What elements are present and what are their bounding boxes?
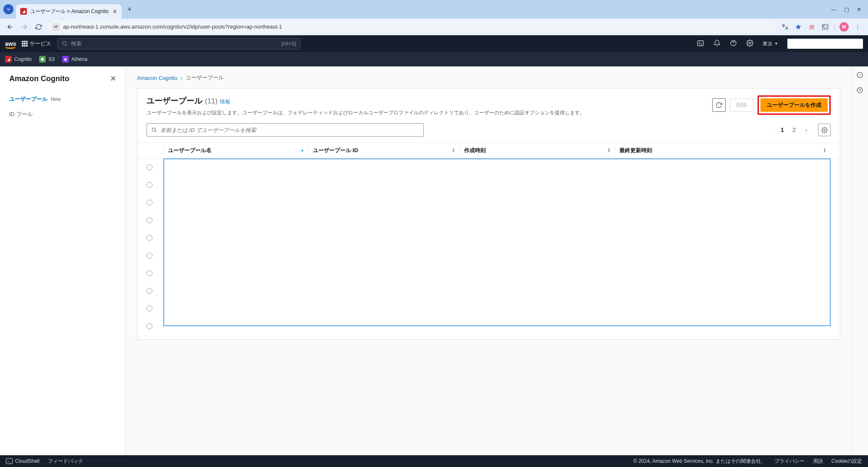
column-updated[interactable]: 最終更新時刻 ▲▼ <box>615 146 831 155</box>
annotation-highlight: ユーザープールを作成 <box>758 95 831 115</box>
table-row-select[interactable] <box>147 247 163 264</box>
column-created[interactable]: 作成時刻 ▲▼ <box>459 146 615 155</box>
breadcrumb-root[interactable]: Amazon Cognito <box>137 75 177 81</box>
sort-icon: ▲▼ <box>452 148 455 153</box>
info-icon[interactable] <box>856 71 863 80</box>
delete-button: 削除 <box>730 98 753 112</box>
url-input[interactable]: ⇄ ap-northeast-1.console.aws.amazon.com/… <box>47 21 776 33</box>
refresh-icon <box>716 102 722 108</box>
bookmark-star-icon[interactable]: ★ <box>794 22 803 32</box>
translate-icon[interactable] <box>780 22 789 32</box>
table-row-select[interactable] <box>147 176 163 194</box>
menu-dots-icon[interactable]: ⋮ <box>853 22 862 32</box>
window-close-icon[interactable]: ✕ <box>857 6 861 13</box>
window-minimize-icon[interactable]: ― <box>831 6 837 13</box>
page-title: ユーザープール <box>147 95 202 106</box>
radio-icon <box>147 253 152 259</box>
favorite-s3[interactable]: ⬢S3 <box>39 56 55 63</box>
svg-point-4 <box>152 128 155 131</box>
svg-point-0 <box>63 42 66 45</box>
browser-tab-strip: ◢ ユーザープール > Amazon Cognito ✕ + ― ▢ ✕ <box>0 0 868 18</box>
radio-icon <box>147 270 152 276</box>
refresh-button[interactable] <box>712 98 726 112</box>
notifications-bell-icon[interactable] <box>713 40 721 48</box>
nav-user-pools[interactable]: ユーザープール New <box>9 92 116 107</box>
new-tab-button[interactable]: + <box>123 3 135 15</box>
url-text: ap-northeast-1.console.aws.amazon.com/co… <box>63 24 282 30</box>
table-header-row: ユーザープール名 ▲ ユーザープール ID ▲▼ 作成時刻 ▲▼ 最終更新時刻 … <box>137 142 840 158</box>
global-search-input[interactable]: 検索 [Alt+S] <box>57 38 301 50</box>
table-row-select[interactable] <box>147 264 163 282</box>
table-row-select[interactable] <box>147 317 163 335</box>
radio-icon <box>147 323 152 329</box>
column-id[interactable]: ユーザープール ID ▲▼ <box>308 146 459 155</box>
table-row-select[interactable] <box>147 194 163 211</box>
aws-logo[interactable]: aws <box>5 40 16 47</box>
separator: | <box>834 24 835 30</box>
table-row-select[interactable] <box>147 282 163 300</box>
page-1[interactable]: 1 <box>778 127 787 133</box>
user-pools-panel: ユーザープール (11) 情報 ユーザープールを表示および設定します。ユーザープ… <box>137 88 840 340</box>
help-panel-rail <box>851 66 868 455</box>
table-preferences-button[interactable] <box>818 124 831 136</box>
create-user-pool-button[interactable]: ユーザープールを作成 <box>760 98 828 112</box>
window-maximize-icon[interactable]: ▢ <box>844 6 849 13</box>
extensions-puzzle-icon[interactable] <box>821 22 830 32</box>
radio-icon <box>147 164 152 170</box>
services-label: サービス <box>29 40 51 47</box>
table-body <box>137 158 840 339</box>
region-selector[interactable]: 東京 ▼ <box>763 40 778 47</box>
back-button[interactable] <box>4 21 16 33</box>
close-panel-icon[interactable]: ✕ <box>110 74 116 83</box>
radio-icon <box>147 182 152 188</box>
nav-id-pools[interactable]: ID プール <box>9 107 116 122</box>
next-page-button[interactable]: › <box>801 125 811 135</box>
profile-avatar[interactable]: W <box>839 22 849 32</box>
extension-icon[interactable]: ▤ <box>807 22 816 32</box>
favorite-cognito[interactable]: ◢Cognito <box>5 56 31 63</box>
account-menu[interactable] <box>787 39 863 49</box>
page-2[interactable]: 2 <box>789 127 799 133</box>
s3-icon: ⬢ <box>39 56 46 63</box>
radio-icon <box>147 217 152 223</box>
search-hotkey-hint: [Alt+S] <box>281 41 296 47</box>
tab-close-icon[interactable]: ✕ <box>112 8 118 14</box>
column-select <box>147 146 163 155</box>
radio-icon <box>147 235 152 241</box>
site-info-icon[interactable]: ⇄ <box>52 23 60 31</box>
settings-gear-icon[interactable] <box>746 40 753 48</box>
search-icon <box>151 127 157 133</box>
pagination: ‹ 1 2 › <box>765 124 831 136</box>
table-row-select[interactable] <box>147 211 163 229</box>
table-row-select[interactable] <box>147 229 163 247</box>
caret-down-icon: ▼ <box>774 42 778 46</box>
table-row-select[interactable] <box>147 158 163 176</box>
column-name[interactable]: ユーザープール名 ▲ <box>163 146 308 155</box>
cognito-icon: ◢ <box>5 56 12 63</box>
search-icon <box>62 41 68 47</box>
forward-button[interactable] <box>18 21 30 33</box>
side-navigation: Amazon Cognito ✕ ユーザープール New ID プール <box>0 66 126 455</box>
breadcrumb: Amazon Cognito › ユーザープール <box>137 74 840 82</box>
radio-icon <box>147 306 152 311</box>
cloudshell-icon[interactable] <box>697 40 704 48</box>
sort-asc-icon: ▲ <box>301 149 304 152</box>
radio-icon <box>147 288 152 294</box>
tab-search-button[interactable] <box>3 4 13 14</box>
svg-point-3 <box>749 42 750 44</box>
reload-button[interactable] <box>33 21 45 33</box>
item-count: (11) <box>205 97 218 106</box>
table-row-select[interactable] <box>147 300 163 317</box>
services-menu[interactable]: サービス <box>22 40 51 47</box>
info-link[interactable]: 情報 <box>220 98 230 106</box>
browser-tab[interactable]: ◢ ユーザープール > Amazon Cognito ✕ <box>16 4 122 18</box>
browser-address-bar: ⇄ ap-northeast-1.console.aws.amazon.com/… <box>0 18 868 35</box>
athena-icon: ◉ <box>62 56 69 63</box>
help-icon[interactable] <box>730 40 737 48</box>
filter-input[interactable] <box>160 127 419 133</box>
filter-input-wrapper <box>147 123 424 137</box>
diagnostics-icon[interactable] <box>856 87 863 95</box>
favorite-athena[interactable]: ◉Athena <box>62 56 87 63</box>
page-description: ユーザープールを表示および設定します。ユーザープールは、フェデレーティッドおよび… <box>147 109 712 116</box>
tab-favicon-icon: ◢ <box>20 8 27 15</box>
